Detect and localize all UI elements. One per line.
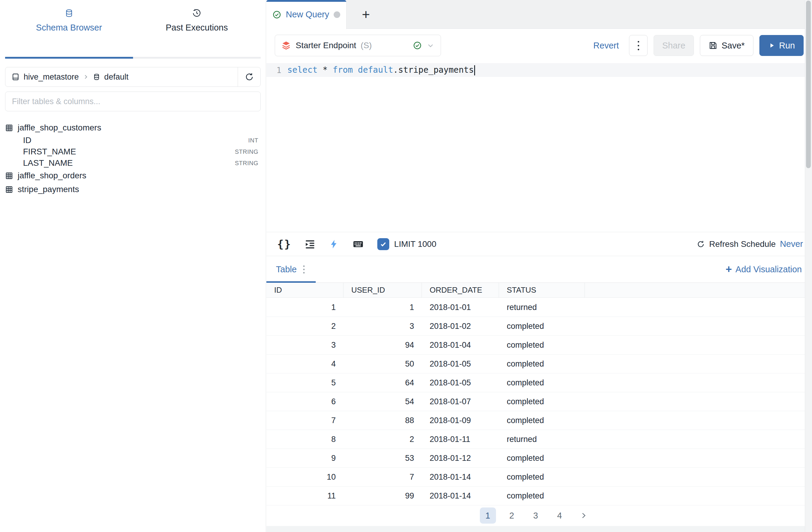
tab-table-results[interactable]: Table <box>266 256 314 282</box>
table-row: 1 1 2018-01-01 returned <box>266 298 805 317</box>
cell-id: 2 <box>266 317 344 335</box>
column-type: STRING <box>235 149 258 155</box>
revert-button[interactable]: Revert <box>593 41 619 51</box>
table-row: 9 53 2018-01-12 completed <box>266 449 805 468</box>
lightning-icon[interactable] <box>329 239 339 249</box>
cell-status: completed <box>499 411 585 430</box>
keyboard-shortcuts-icon[interactable] <box>352 238 364 250</box>
schema-table[interactable]: stripe_payments <box>5 183 261 196</box>
tab-label: Past Executions <box>165 23 228 33</box>
new-tab-button[interactable]: + <box>353 0 379 29</box>
cell-user-id: 64 <box>344 374 422 392</box>
cell-order-date: 2018-01-07 <box>422 392 499 411</box>
next-page-button[interactable] <box>576 507 592 523</box>
page-button[interactable]: 1 <box>480 507 496 523</box>
code-text: select * from default.stripe_payments <box>287 65 475 75</box>
tab-label: Schema Browser <box>36 23 102 33</box>
code-token: * <box>318 65 333 75</box>
column-header-status[interactable]: STATUS <box>499 283 585 297</box>
cell-id: 1 <box>266 298 344 317</box>
tab-new-query[interactable]: New Query <box>266 0 347 29</box>
add-visualization-button[interactable]: + Add Visualization <box>726 264 802 275</box>
schema-table[interactable]: jaffle_shop_orders <box>5 169 261 183</box>
table-row: 11 99 2018-01-14 completed <box>266 487 805 505</box>
run-button[interactable]: Run <box>759 35 803 56</box>
cell-order-date: 2018-01-09 <box>422 411 499 430</box>
results-body: 1 1 2018-01-01 returned 2 3 2018-01-02 c… <box>266 298 805 505</box>
cell-status: returned <box>499 298 585 317</box>
results-tab-menu-icon[interactable] <box>303 265 305 274</box>
save-button[interactable]: Save* <box>700 35 753 56</box>
column-name: ID <box>23 136 31 145</box>
indent-icon[interactable] <box>304 238 316 250</box>
cell-order-date: 2018-01-12 <box>422 449 499 467</box>
editor-footer-tools: {} <box>277 238 436 250</box>
results-tab-label: Table <box>276 265 296 275</box>
schema-column[interactable]: ID INT <box>5 135 261 146</box>
refresh-schedule-label: Refresh Schedule <box>709 239 776 249</box>
refresh-schema-button[interactable] <box>238 67 260 86</box>
endpoint-size: (S) <box>361 41 372 50</box>
cell-order-date: 2018-01-14 <box>422 468 499 486</box>
text-cursor <box>474 65 475 75</box>
limit-toggle[interactable]: LIMIT 1000 <box>377 238 436 250</box>
cell-status: completed <box>499 374 585 392</box>
table-row: 4 50 2018-01-05 completed <box>266 354 805 374</box>
page-button[interactable]: 2 <box>504 507 520 523</box>
cell-id: 3 <box>266 336 344 354</box>
refresh-schedule-value[interactable]: Never <box>780 239 803 249</box>
share-button[interactable]: Share <box>654 35 694 56</box>
table-row: 10 7 2018-01-14 completed <box>266 468 805 487</box>
tab-schema-browser[interactable]: Schema Browser <box>5 0 133 59</box>
code-line[interactable]: 1 select * from default.stripe_payments <box>266 63 805 77</box>
page-button[interactable]: 3 <box>528 507 544 523</box>
run-label: Run <box>779 41 795 51</box>
cell-status: completed <box>499 392 585 411</box>
breadcrumb-schema[interactable]: default <box>104 72 129 82</box>
schema-filter-input[interactable] <box>12 97 254 106</box>
limit-checkbox[interactable] <box>377 238 389 250</box>
page-button[interactable]: 4 <box>552 507 568 523</box>
endpoint-selector[interactable]: Starter Endpoint (S) <box>275 35 441 56</box>
cell-status: completed <box>499 487 585 505</box>
tab-past-executions[interactable]: Past Executions <box>133 0 261 59</box>
column-header-order-date[interactable]: ORDER_DATE <box>422 283 499 297</box>
plus-icon: + <box>726 264 732 275</box>
endpoint-name: Starter Endpoint <box>296 41 356 50</box>
format-braces-icon[interactable]: {} <box>277 238 291 250</box>
schema-table-name: stripe_payments <box>18 185 79 194</box>
breadcrumb-path[interactable]: hive_metastore default <box>5 72 238 82</box>
horizontal-scrollbar[interactable] <box>266 526 805 532</box>
schema-table[interactable]: jaffle_shop_customers <box>5 121 261 135</box>
scrollbar-thumb[interactable] <box>806 1 811 168</box>
more-options-button[interactable] <box>629 35 648 56</box>
vertical-scrollbar[interactable] <box>805 0 812 532</box>
limit-label: LIMIT 1000 <box>394 239 436 249</box>
sql-endpoint-icon <box>281 40 291 51</box>
schema-table-name: jaffle_shop_customers <box>18 123 101 132</box>
schema-column[interactable]: FIRST_NAME STRING <box>5 146 261 157</box>
cell-id: 4 <box>266 354 344 373</box>
table-row: 3 94 2018-01-04 completed <box>266 336 805 354</box>
schema-filter <box>5 92 261 111</box>
line-number: 1 <box>266 66 287 75</box>
cell-user-id: 99 <box>344 487 422 505</box>
pagination: 1 2 3 4 <box>266 506 805 526</box>
column-name: FIRST_NAME <box>23 147 76 156</box>
column-header-user-id[interactable]: USER_ID <box>344 283 422 297</box>
column-name: LAST_NAME <box>23 158 73 168</box>
add-visualization-label: Add Visualization <box>736 265 802 275</box>
breadcrumb-catalog[interactable]: hive_metastore <box>24 72 79 82</box>
column-header-id[interactable]: ID <box>266 283 344 297</box>
cell-id: 8 <box>266 430 344 449</box>
table-row: 7 88 2018-01-09 completed <box>266 411 805 430</box>
table-grid-icon <box>5 172 13 180</box>
table-row: 5 64 2018-01-05 completed <box>266 374 805 392</box>
play-icon <box>768 42 775 49</box>
schema-sidebar: Schema Browser Past Executions hive_meta… <box>0 0 266 532</box>
sql-editor[interactable]: 1 select * from default.stripe_payments <box>266 62 805 232</box>
cell-id: 9 <box>266 449 344 467</box>
schema-table-name: jaffle_shop_orders <box>18 171 86 180</box>
check-circle-icon <box>272 10 281 19</box>
schema-column[interactable]: LAST_NAME STRING <box>5 157 261 169</box>
